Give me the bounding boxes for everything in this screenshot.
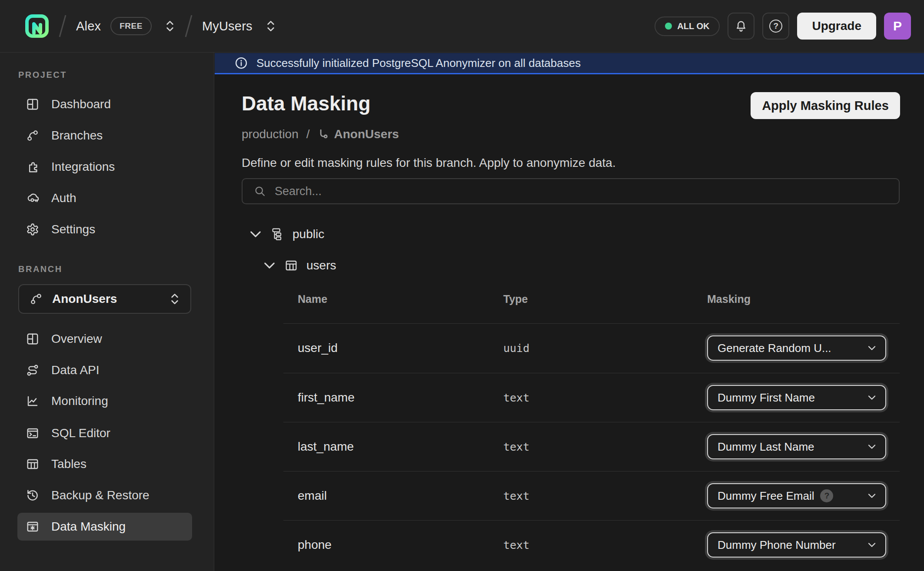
column-name: phone: [298, 538, 332, 552]
tree-node-schema[interactable]: public: [250, 224, 324, 245]
search-input[interactable]: [275, 185, 899, 198]
masking-rule-select[interactable]: Dummy Free Email ?: [707, 483, 886, 508]
breadcrumb-separator: /: [306, 127, 310, 141]
question-mark-icon: ?: [769, 20, 782, 33]
chevron-down-icon[interactable]: [250, 230, 261, 238]
branch-icon: [26, 129, 39, 142]
tree-node-table[interactable]: users: [264, 255, 336, 276]
notifications-button[interactable]: [728, 13, 754, 40]
column-header-name: Name: [298, 293, 327, 305]
column-name: user_id: [298, 341, 338, 355]
sidebar-item-overview[interactable]: Overview: [17, 325, 192, 353]
column-name: first_name: [298, 391, 355, 405]
neon-logo-icon[interactable]: [25, 14, 49, 38]
help-badge-icon[interactable]: ?: [820, 489, 833, 502]
section-label-branch: BRANCH: [18, 264, 63, 274]
breadcrumb-parent[interactable]: production: [242, 127, 299, 141]
sidebar-item-dashboard[interactable]: Dashboard: [17, 90, 192, 118]
table-row: user_id uuid Generate Random U...: [283, 323, 900, 372]
apply-masking-rules-button[interactable]: Apply Masking Rules: [751, 92, 900, 119]
sidebar-item-auth[interactable]: Auth: [17, 184, 192, 212]
chevron-down-icon: [867, 493, 877, 499]
column-name: email: [298, 489, 327, 503]
upgrade-button[interactable]: Upgrade: [797, 13, 876, 40]
sidebar-item-monitoring[interactable]: Monitoring: [17, 387, 192, 415]
chevron-down-icon: [867, 542, 877, 548]
branch-selector-chevrons-icon: [170, 292, 180, 306]
chevron-down-icon: [867, 444, 877, 450]
column-type: text: [503, 441, 529, 453]
sidebar-item-tables[interactable]: Tables: [17, 450, 192, 478]
column-type: text: [503, 490, 529, 502]
chevron-down-icon[interactable]: [264, 262, 275, 269]
status-badge[interactable]: ALL OK: [655, 17, 720, 36]
info-icon: [235, 56, 248, 70]
dashboard-grid-icon: [26, 98, 39, 111]
table-name: users: [306, 259, 336, 272]
project-switcher-chevrons-icon[interactable]: [266, 19, 276, 33]
schema-icon: [271, 228, 284, 241]
help-button[interactable]: ?: [762, 13, 789, 40]
table-row: phone text Dummy Phone Number: [283, 520, 900, 569]
table-row: first_name text Dummy First Name: [283, 373, 900, 422]
sidebar-item-settings[interactable]: Settings: [17, 216, 192, 243]
sidebar-item-integrations[interactable]: Integrations: [17, 153, 192, 181]
notification-banner: Successfully initialized PostgreSQL Anon…: [215, 53, 924, 74]
schema-name: public: [292, 227, 324, 241]
column-header-masking: Masking: [707, 293, 751, 305]
sidebar-item-data-masking[interactable]: Data Masking: [17, 513, 192, 541]
column-name: last_name: [298, 440, 354, 454]
gear-icon: [26, 223, 39, 236]
column-type: text: [503, 392, 529, 404]
plan-badge: FREE: [110, 17, 152, 35]
column-header-type: Type: [503, 293, 528, 305]
breadcrumb-current[interactable]: AnonUsers: [334, 127, 399, 141]
history-clock-icon: [26, 489, 39, 502]
table-row: last_name text Dummy Last Name: [283, 422, 900, 471]
org-switcher-chevrons-icon[interactable]: [165, 19, 175, 33]
page-title: Data Masking: [242, 92, 371, 115]
status-ok-dot-icon: [665, 23, 672, 30]
route-icon: [26, 364, 39, 377]
masking-rule-select[interactable]: Dummy Last Name: [707, 434, 886, 459]
column-type: uuid: [503, 342, 529, 355]
table-row: email text Dummy Free Email ?: [283, 471, 900, 520]
sidebar: PROJECT Dashboard Branches Integrations …: [0, 53, 214, 571]
mask-window-icon: [26, 520, 39, 533]
table-icon: [285, 259, 298, 272]
banner-message: Successfully initialized PostgreSQL Anon…: [256, 56, 581, 70]
slash-divider: [55, 13, 70, 39]
search-box: [242, 178, 900, 204]
search-icon: [254, 185, 266, 197]
sidebar-item-sql-editor[interactable]: SQL Editor: [17, 419, 192, 447]
masking-rule-select[interactable]: Dummy Phone Number: [707, 532, 886, 558]
columns-header: Name Type Masking: [283, 293, 900, 310]
chevron-down-icon: [867, 395, 877, 401]
sidebar-item-data-api[interactable]: Data API: [17, 356, 192, 384]
topbar-right: ALL OK ? Upgrade P: [655, 0, 924, 52]
child-branch-icon: [318, 129, 329, 140]
chevron-down-icon: [867, 345, 877, 351]
sidebar-item-backup-restore[interactable]: Backup & Restore: [17, 481, 192, 509]
terminal-window-icon: [26, 427, 39, 440]
branch-icon: [30, 292, 43, 305]
section-label-project: PROJECT: [18, 70, 67, 80]
breadcrumb: production / AnonUsers: [242, 127, 399, 141]
slash-divider: [181, 13, 196, 39]
masking-rule-select[interactable]: Dummy First Name: [707, 385, 886, 410]
branch-selector[interactable]: AnonUsers: [18, 284, 191, 314]
avatar[interactable]: P: [884, 13, 911, 40]
sidebar-item-branches[interactable]: Branches: [17, 122, 192, 149]
main-content: Successfully initialized PostgreSQL Anon…: [215, 53, 924, 571]
org-name[interactable]: Alex: [76, 19, 101, 33]
puzzle-icon: [26, 160, 39, 173]
chart-line-icon: [26, 395, 39, 408]
cloud-key-icon: [26, 192, 39, 205]
overview-grid-icon: [26, 332, 39, 345]
topbar-left: Alex FREE MyUsers: [0, 0, 276, 52]
top-bar: Alex FREE MyUsers ALL OK ? Upgrade P: [0, 0, 924, 53]
bell-icon: [735, 20, 748, 33]
project-name[interactable]: MyUsers: [202, 19, 253, 33]
column-type: text: [503, 539, 529, 551]
masking-rule-select[interactable]: Generate Random U...: [707, 335, 886, 361]
